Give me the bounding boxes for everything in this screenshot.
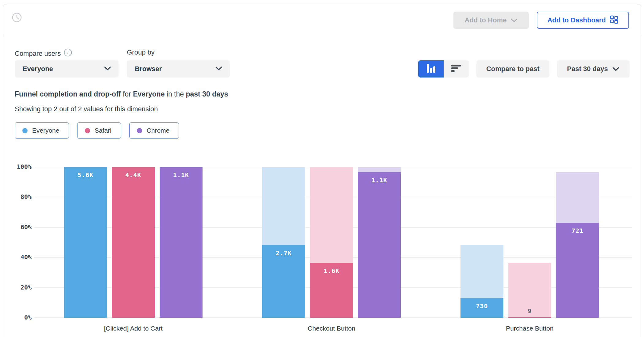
y-axis-tick-label: 100% [10,163,32,170]
bar-value-label-safari-step1: 4.4K [112,171,155,179]
bar-value-label-safari-step3: 9 [508,307,551,315]
funnel-bar-safari-step3[interactable] [508,317,551,318]
bar-value-label-everyone-step1: 5.6K [64,171,107,179]
funnel-bar-chrome-step3[interactable] [556,223,599,318]
funnel-bar-chrome-step1[interactable] [160,167,203,318]
funnel-bar-safari-step1[interactable] [112,167,155,318]
x-axis-category-label: Purchase Button [453,325,606,332]
funnel-chart: 100%80%60%40%20%0%5.6K4.4K1.1K[Clicked] … [0,0,644,337]
bar-value-label-safari-step2: 1.6K [310,267,353,275]
bar-value-label-everyone-step3: 730 [460,302,503,310]
y-axis-tick-label: 20% [10,284,32,291]
y-axis-tick-label: 0% [10,314,32,321]
bar-value-label-chrome-step1: 1.1K [160,171,203,179]
y-axis-tick-label: 80% [10,193,32,200]
x-axis-category-label: [Clicked] Add to Cart [57,325,210,332]
bar-value-label-chrome-step3: 721 [556,227,599,234]
bar-value-label-chrome-step2: 1.1K [358,176,401,184]
funnel-bar-everyone-step1[interactable] [64,167,107,318]
x-axis-category-label: Checkout Button [255,325,408,332]
bar-value-label-everyone-step2: 2.7K [262,249,305,257]
y-axis-tick-label: 40% [10,253,32,261]
y-axis-tick-label: 60% [10,223,32,231]
funnel-bar-chrome-step2[interactable] [358,172,401,318]
